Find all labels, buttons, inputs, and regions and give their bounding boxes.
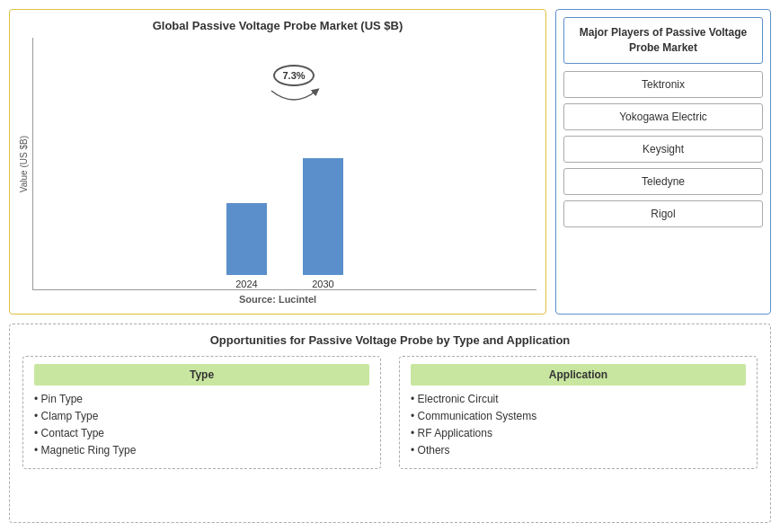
bar-group-2024: 2024	[226, 203, 267, 289]
chart-plot: 7.3%	[32, 38, 536, 290]
type-header: Type	[34, 364, 369, 386]
player-item-5: Rigol	[563, 200, 763, 227]
main-container: Global Passive Voltage Probe Market (US …	[0, 0, 780, 532]
type-item-1: Pin Type	[34, 393, 369, 405]
player-item-3: Keysight	[563, 136, 763, 163]
bar-2024	[226, 203, 267, 275]
top-section: Global Passive Voltage Probe Market (US …	[9, 9, 771, 315]
type-item-2: Clamp Type	[34, 410, 369, 422]
chart-area: Global Passive Voltage Probe Market (US …	[9, 9, 546, 315]
y-axis-label: Value (US $B)	[19, 136, 29, 192]
source-text: Source: Lucintel	[239, 294, 316, 305]
application-item-4: Others	[411, 444, 746, 457]
player-item-2: Yokogawa Electric	[563, 103, 763, 130]
player-item-4: Teledyne	[563, 168, 763, 195]
cagr-bubble: 7.3%	[273, 65, 314, 86]
cagr-annotation: 7.3%	[267, 65, 321, 113]
application-column: Application Electronic Circuit Communica…	[399, 356, 758, 469]
bottom-section: Opportunities for Passive Voltage Probe …	[9, 324, 771, 523]
type-column: Type Pin Type Clamp Type Contact Type Ma…	[22, 356, 381, 469]
bar-group-2030: 2030	[303, 158, 343, 289]
application-item-2: Communication Systems	[411, 410, 746, 422]
bar-2030	[303, 158, 343, 275]
application-header: Application	[411, 364, 746, 386]
bars-container: 7.3%	[32, 38, 536, 290]
bar-label-2024: 2024	[235, 279, 257, 289]
bottom-title: Opportunities for Passive Voltage Probe …	[22, 333, 758, 347]
application-item-3: RF Applications	[411, 427, 746, 439]
chart-inner: Value (US $B) 7.3%	[19, 38, 536, 290]
players-title: Major Players of Passive Voltage Probe M…	[563, 17, 763, 64]
bottom-columns: Type Pin Type Clamp Type Contact Type Ma…	[22, 356, 758, 469]
players-panel: Major Players of Passive Voltage Probe M…	[555, 9, 771, 315]
chart-title: Global Passive Voltage Probe Market (US …	[153, 19, 403, 32]
application-item-1: Electronic Circuit	[411, 393, 746, 405]
player-item-1: Tektronix	[563, 71, 763, 98]
bar-label-2030: 2030	[312, 279, 333, 289]
type-item-4: Magnetic Ring Type	[34, 444, 369, 457]
type-item-3: Contact Type	[34, 427, 369, 439]
